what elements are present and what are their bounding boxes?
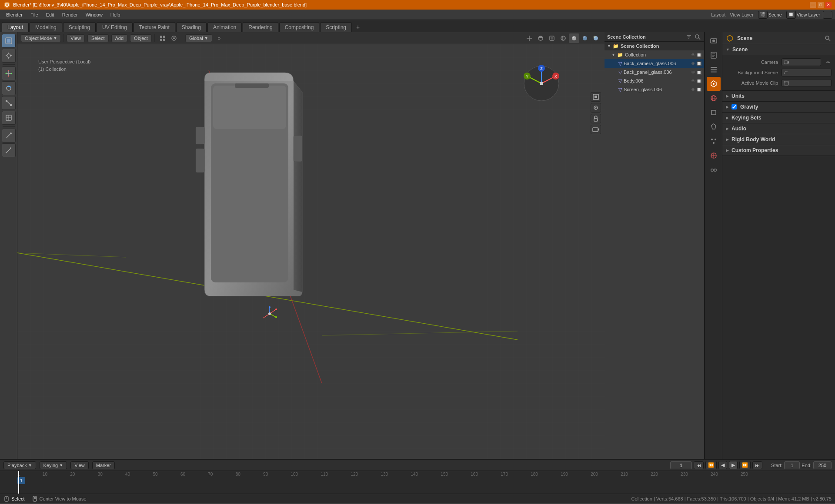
tab-sculpting[interactable]: Sculpting <box>63 22 96 32</box>
modifier-props-button[interactable] <box>707 120 721 134</box>
outliner-item-body[interactable]: ▽ Body.006 👁 🔲 <box>605 76 704 85</box>
tab-rendering[interactable]: Rendering <box>243 22 278 32</box>
gravity-checkbox[interactable] <box>731 104 737 109</box>
back-camera-render-icon[interactable]: 🔲 <box>696 61 701 66</box>
camera-view-button[interactable] <box>591 125 601 134</box>
current-frame-display[interactable]: 1 <box>670 461 692 469</box>
object-props-button[interactable] <box>707 106 721 119</box>
outliner-collection[interactable]: ▼ 📁 Collection 👁 🔲 <box>605 50 704 59</box>
minimize-button[interactable]: — <box>810 2 816 8</box>
keying-dropdown[interactable]: Keying ▼ <box>40 461 67 469</box>
tab-shading[interactable]: Shading <box>176 22 207 32</box>
scene-section-header-units[interactable]: ▶ Units <box>722 91 835 101</box>
world-props-button[interactable] <box>707 91 721 105</box>
tab-uv-editing[interactable]: UV Editing <box>97 22 133 32</box>
outliner-search-button[interactable] <box>694 33 701 41</box>
renderer-dropdown[interactable]: 🔲 <box>786 11 796 19</box>
proportional-edit-button[interactable]: ○ <box>214 33 224 43</box>
outliner-item-screen-glass[interactable]: ▽ Screen_glass.006 👁 🔲 <box>605 85 704 94</box>
outliner-item-back-panel[interactable]: ▽ Back_panel_glass.006 👁 🔲 <box>605 68 704 76</box>
body-render-icon[interactable]: 🔲 <box>696 79 701 83</box>
measure-tool-button[interactable] <box>2 143 16 157</box>
scene-dropdown[interactable]: 🎬 <box>758 11 768 19</box>
lock-view-button[interactable] <box>591 114 601 123</box>
annotate-tool-button[interactable] <box>2 129 16 143</box>
scene-section-header-main[interactable]: ▼ Scene <box>722 44 835 55</box>
snap-button[interactable] <box>169 33 179 43</box>
render-props-button[interactable] <box>707 34 721 48</box>
add-menu-button[interactable]: Add <box>111 34 128 42</box>
scale-tool-button[interactable] <box>2 96 16 110</box>
transform-orientation-dropdown[interactable]: Global ▼ <box>185 34 212 42</box>
output-props-button[interactable] <box>707 48 721 62</box>
search-button[interactable] <box>823 11 832 19</box>
collection-vis-eye-icon[interactable]: 👁 <box>691 53 695 57</box>
object-mode-dropdown[interactable]: Object Mode ▼ <box>21 34 61 42</box>
back-camera-vis-icon[interactable]: 👁 <box>691 61 695 66</box>
view-layer-props-button[interactable] <box>707 63 721 76</box>
scene-props-button[interactable] <box>707 77 721 91</box>
cursor-tool-button[interactable] <box>2 49 16 63</box>
menu-blender[interactable]: Blender <box>3 11 26 18</box>
timeline-ruler[interactable]: 1 10 20 30 40 50 60 70 80 90 100 110 120… <box>0 471 835 494</box>
object-menu-button[interactable]: Object <box>130 34 152 42</box>
tab-modeling[interactable]: Modeling <box>30 22 62 32</box>
xray-toggle-button[interactable] <box>547 33 557 43</box>
tab-compositing[interactable]: Compositing <box>279 22 320 32</box>
viewport-area[interactable]: Object Mode ▼ View Select Add Object <box>17 32 605 459</box>
menu-help[interactable]: Help <box>107 11 124 18</box>
rotate-tool-button[interactable] <box>2 81 16 95</box>
particles-props-button[interactable] <box>707 134 721 148</box>
tab-scripting[interactable]: Scripting <box>320 22 352 32</box>
maximize-button[interactable]: □ <box>818 2 824 8</box>
playback-dropdown[interactable]: Playback ▼ <box>3 461 36 469</box>
scene-section-header-rigid-body[interactable]: ▶ Rigid Body World <box>722 134 835 145</box>
camera-prop-value[interactable] <box>782 58 821 66</box>
play-reverse-button[interactable]: ◀ <box>718 461 727 469</box>
view-menu-button[interactable]: View <box>67 34 85 42</box>
timeline-view-dropdown[interactable]: View <box>70 461 89 469</box>
transform-tool-button[interactable] <box>2 111 16 125</box>
marker-dropdown[interactable]: Marker <box>92 461 115 469</box>
back-panel-vis-icon[interactable]: 👁 <box>691 70 695 75</box>
menu-render[interactable]: Render <box>59 11 81 18</box>
move-tool-button[interactable] <box>2 66 16 80</box>
select-menu-button[interactable]: Select <box>87 34 109 42</box>
tab-layout[interactable]: Layout <box>2 22 29 32</box>
physics-props-button[interactable] <box>707 149 721 162</box>
timeline-playhead[interactable] <box>18 471 19 494</box>
start-frame-input[interactable]: 1 <box>784 461 800 469</box>
end-frame-input[interactable]: 250 <box>813 461 832 469</box>
screen-glass-render-icon[interactable]: 🔲 <box>696 87 701 92</box>
menu-file[interactable]: File <box>27 11 42 18</box>
tab-texture-paint[interactable]: Texture Paint <box>134 22 175 32</box>
constraints-props-button[interactable] <box>707 163 721 177</box>
play-forward-button[interactable]: ▶ <box>729 461 738 469</box>
outliner-scene-collection[interactable]: ▼ 📁 Scene Collection <box>605 42 704 50</box>
step-forward-button[interactable]: ⏩ <box>739 461 751 469</box>
step-back-button[interactable]: ⏪ <box>705 461 717 469</box>
scene-section-header-audio[interactable]: ▶ Audio <box>722 123 835 134</box>
select-tool-button[interactable] <box>2 34 16 48</box>
rendered-shading-button[interactable] <box>591 33 601 43</box>
camera-prop-edit-icon[interactable]: ✏ <box>825 59 832 66</box>
collection-vis-restrict-icon[interactable]: 🔲 <box>696 53 701 57</box>
view-all-button[interactable] <box>591 92 601 102</box>
screen-glass-vis-icon[interactable]: 👁 <box>691 87 695 92</box>
scene-section-header-custom-props[interactable]: ▶ Custom Properties <box>722 145 835 156</box>
viewport-gizmos-button[interactable] <box>524 33 534 43</box>
scene-section-header-gravity[interactable]: ▶ Gravity <box>722 102 835 112</box>
viewport-overlays-button[interactable] <box>535 33 546 43</box>
viewport-tool-1[interactable] <box>157 33 168 43</box>
wireframe-shading-button[interactable] <box>558 33 568 43</box>
scene-section-header-keying-sets[interactable]: ▶ Keying Sets <box>722 113 835 123</box>
scene-props-search[interactable] <box>824 34 832 42</box>
background-scene-value[interactable] <box>782 69 832 76</box>
outliner-filter-button[interactable] <box>685 33 693 41</box>
jump-start-button[interactable]: ⏮ <box>694 461 704 469</box>
body-vis-icon[interactable]: 👁 <box>691 79 695 83</box>
material-shading-button[interactable] <box>580 33 590 43</box>
outliner-item-back-camera[interactable]: ▽ Back_camera_glass.006 👁 🔲 <box>605 59 704 68</box>
solid-shading-button[interactable] <box>569 33 579 43</box>
jump-end-button[interactable]: ⏭ <box>752 461 762 469</box>
